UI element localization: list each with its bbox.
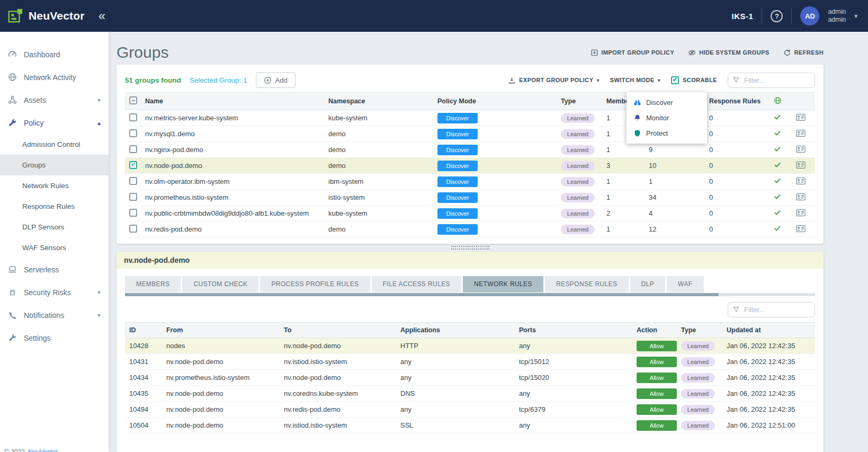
row-checkbox[interactable] [129,177,137,185]
group-details-icon[interactable] [796,161,806,169]
group-details-icon[interactable] [796,129,806,137]
sidebar-item-dashboard[interactable]: Dashboard [0,43,109,66]
group-details-icon[interactable] [796,225,806,233]
sidebar-item-serverless[interactable]: Serverless [0,258,109,281]
policy-mode-button[interactable]: Discover [437,224,478,235]
chevron-down-icon[interactable]: ▾ [854,13,857,20]
refresh-button[interactable]: REFRESH [783,49,824,57]
group-row[interactable]: nv.nginx-pod.demo demo Discover Learned … [125,142,815,158]
avatar[interactable]: AD [800,6,819,25]
splitter-grip-icon[interactable] [451,246,489,250]
rule-row[interactable]: 10435 nv.node-pod.demo nv.coredns.kube-s… [125,386,815,402]
row-checkbox[interactable] [129,161,137,169]
group-row[interactable]: nv.mysql1.demo demo Discover Learned 1 4… [125,126,815,142]
column-header-applications[interactable]: Applications [396,323,515,338]
group-details-icon[interactable] [796,177,806,185]
column-header-updated-at[interactable]: Updated at [722,323,815,338]
tab-waf[interactable]: WAF [667,276,703,293]
tab-file-access-rules[interactable]: FILE ACCESS RULES [372,276,462,293]
scorable-checkbox[interactable] [671,76,679,84]
group-details-icon[interactable] [796,113,806,121]
column-header-action[interactable]: Action [632,323,677,338]
row-checkbox[interactable] [129,145,137,153]
tab-dlp[interactable]: DLP [630,276,666,293]
neuvector-link[interactable]: NeuVector [28,448,58,452]
group-row[interactable]: nv.olm-operator.ibm-system ibm-system Di… [125,174,815,190]
rule-action-button[interactable]: Allow [637,357,677,367]
column-header-id[interactable]: ID [125,323,162,338]
row-checkbox[interactable] [129,209,137,217]
mode-menu-item-discover[interactable]: Discover [627,95,707,110]
column-header-ports[interactable]: Ports [515,323,632,338]
row-checkbox[interactable] [129,113,137,121]
user-menu[interactable]: admin admin [828,8,846,24]
rule-row[interactable]: 10428 nodes nv.node-pod.demo HTTP any Al… [125,338,815,354]
policy-mode-button[interactable]: Discover [437,113,478,123]
mode-menu-item-protect[interactable]: Protect [627,126,707,141]
rule-row[interactable]: 10434 nv.prometheus.istio-system nv.node… [125,370,815,386]
sidebar-item-waf-sensors[interactable]: WAF Sensors [0,237,109,258]
sidebar-collapse-button[interactable]: « [99,10,105,22]
policy-mode-button[interactable]: Discover [437,161,478,171]
column-header-namespace[interactable]: Namespace [324,93,433,110]
column-header-to[interactable]: To [280,323,396,338]
rule-row[interactable]: 10494 nv.node-pod.demo nv.redis-pod.demo… [125,402,815,418]
group-row[interactable]: nv.public-crbtmimbdw08dig9ddjo80-alb1.ku… [125,206,815,221]
panel-splitter[interactable] [117,244,824,252]
rule-action-button[interactable]: Allow [637,341,677,351]
scorable-toggle[interactable]: SCORABLE [671,76,717,84]
rules-filter-input[interactable] [728,302,815,317]
column-header-from[interactable]: From [162,323,280,338]
column-header-name[interactable]: Name [141,93,324,110]
sidebar-item-groups[interactable]: Groups [0,155,109,175]
sidebar-item-response-rules[interactable]: Response Rules [0,196,109,217]
groups-filter-input[interactable] [728,73,815,88]
group-row[interactable]: nv.prometheus.istio-system istio-system … [125,190,815,206]
export-group-policy-button[interactable]: EXPORT GROUP POLICY ▾ [508,76,599,84]
sidebar-item-policy[interactable]: Policy ▴ [0,111,109,134]
hide-system-groups-button[interactable]: HIDE SYSTEM GROUPS [688,49,769,57]
group-row[interactable]: nv.redis-pod.demo demo Discover Learned … [125,221,815,237]
sidebar-item-notifications[interactable]: Notifications ▾ [0,304,109,326]
rule-action-button[interactable]: Allow [637,404,677,415]
sidebar-item-dlp-sensors[interactable]: DLP Sensors [0,217,109,237]
tab-process-profile-rules[interactable]: PROCESS PROFILE RULES [260,276,370,293]
column-header-type[interactable]: Type [557,93,602,110]
policy-mode-button[interactable]: Discover [437,145,478,155]
group-details-icon[interactable] [796,209,806,217]
rule-row[interactable]: 10504 nv.node-pod.demo nv.istiod.istio-s… [125,418,815,433]
group-row[interactable]: nv.metrics-server.kube-system kube-syste… [125,110,815,126]
tab-response-rules[interactable]: RESPONSE RULES [545,276,629,293]
sidebar-item-settings[interactable]: Settings [0,326,109,349]
rule-action-button[interactable]: Allow [637,388,677,399]
select-all-checkbox[interactable] [129,96,137,104]
sidebar-item-security-risks[interactable]: Security Risks ▾ [0,281,109,304]
mode-menu-item-monitor[interactable]: Monitor [627,110,707,126]
row-checkbox[interactable] [129,225,137,233]
add-group-button[interactable]: Add [256,72,296,88]
tab-network-rules[interactable]: NETWORK RULES [463,276,543,293]
column-header-type[interactable]: Type [677,323,722,338]
policy-mode-button[interactable]: Discover [437,192,478,203]
row-checkbox[interactable] [129,129,137,137]
sidebar-item-network-activity[interactable]: Network Activity [0,66,109,88]
rule-row[interactable]: 10431 nv.node-pod.demo nv.istiod.istio-s… [125,354,815,370]
column-header-response-rules[interactable]: Response Rules [705,93,769,110]
sidebar-item-network-rules[interactable]: Network Rules [0,175,109,196]
policy-mode-button[interactable]: Discover [437,129,478,139]
group-details-icon[interactable] [796,193,806,201]
group-row[interactable]: nv.node-pod.demo demo Discover Learned 3… [125,158,815,174]
rule-action-button[interactable]: Allow [637,373,677,383]
cluster-name[interactable]: IKS-1 [732,12,754,21]
rule-action-button[interactable]: Allow [637,420,677,431]
import-group-policy-button[interactable]: IMPORT GROUP POLICY [590,49,675,57]
switch-mode-button[interactable]: SWITCH MODE ▾ [610,77,660,83]
sidebar-item-admission-control[interactable]: Admission Control [0,134,109,155]
tab-custom-check[interactable]: CUSTOM CHECK [182,276,258,293]
sidebar-item-assets[interactable]: Assets ▾ [0,88,109,111]
group-details-icon[interactable] [796,145,806,153]
row-checkbox[interactable] [129,193,137,201]
column-header-policy-mode[interactable]: Policy Mode [433,93,557,110]
tab-members[interactable]: MEMBERS [125,276,181,293]
policy-mode-button[interactable]: Discover [437,208,478,219]
